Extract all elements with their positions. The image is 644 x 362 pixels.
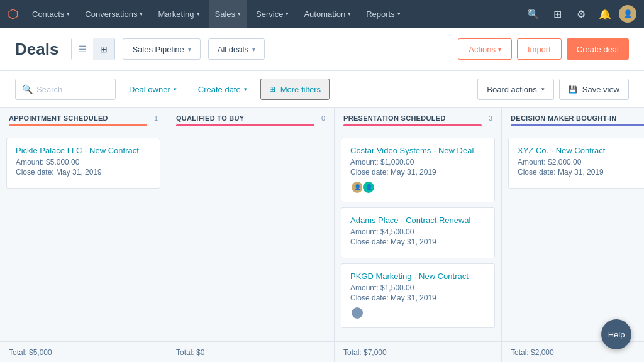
board-actions-button[interactable]: Board actions ▾ [477, 79, 554, 100]
actions-button[interactable]: Actions ▾ [458, 38, 512, 60]
save-view-button[interactable]: 💾 Save view [559, 79, 629, 100]
column-title: QUALIFIED TO BUY [176, 114, 318, 122]
board-view-button[interactable]: ⊞ [93, 38, 114, 60]
filter-dropdown[interactable]: All deals ▾ [208, 38, 265, 60]
deal-close-date: Close date: May 31, 2019 [350, 293, 486, 302]
column-header: DECISION MAKER BOUGHT-IN1 [502, 108, 644, 134]
column-cards: Costar Video Systems - New DealAmount: $… [335, 134, 501, 341]
filter-bar: 🔍 Deal owner ▾ Create date ▾ ⊞ More filt… [0, 71, 644, 108]
deal-name[interactable]: Costar Video Systems - New Deal [350, 146, 486, 155]
chevron-down-icon: ▾ [238, 11, 241, 17]
deal-avatars: 👤👤 [350, 180, 486, 194]
deal-amount: Amount: $5,000.00 [16, 158, 151, 167]
deal-card[interactable]: Pickle Palace LLC - New ContractAmount: … [6, 138, 160, 189]
nav-contacts[interactable]: Contacts ▾ [26, 0, 76, 28]
column-header: APPOINTMENT SCHEDULED1 [0, 108, 167, 134]
search-button[interactable]: 🔍 [523, 4, 543, 24]
deal-amount: Amount: $4,500.00 [350, 228, 486, 236]
column-footer: Total: $7,000 [335, 341, 501, 362]
deal-close-date: Close date: May 31, 2019 [16, 168, 151, 177]
deal-card[interactable]: PKGD Marketing - New ContractAmount: $1,… [341, 263, 495, 328]
deal-close-date: Close date: May 31, 2019 [518, 168, 644, 177]
deal-owner-filter[interactable]: Deal owner ▾ [121, 79, 185, 100]
deal-card[interactable]: Costar Video Systems - New DealAmount: $… [341, 138, 495, 202]
column-bar [176, 124, 314, 126]
column-title: DECISION MAKER BOUGHT-IN [511, 114, 644, 122]
view-toggle: ☰ ⊞ [71, 38, 115, 60]
board-column-qualified-to-buy: QUALIFIED TO BUY0Total: $0 [167, 108, 335, 362]
column-bar [9, 124, 147, 126]
deal-name[interactable]: Pickle Palace LLC - New Contract [16, 146, 151, 155]
column-bar [343, 124, 482, 126]
chevron-down-icon: ▾ [541, 86, 545, 92]
nav-conversations[interactable]: Conversations ▾ [79, 0, 149, 28]
chevron-down-icon: ▾ [348, 11, 351, 17]
chevron-down-icon: ▾ [286, 11, 289, 17]
top-navigation: ⬡ Contacts ▾ Conversations ▾ Marketing ▾… [0, 0, 644, 28]
board-column-appointment-scheduled: APPOINTMENT SCHEDULED1Pickle Palace LLC … [0, 108, 167, 362]
nav-automation[interactable]: Automation ▾ [297, 0, 357, 28]
chevron-down-icon: ▾ [188, 46, 191, 53]
deal-amount: Amount: $1,500.00 [350, 283, 486, 292]
pipeline-dropdown[interactable]: Sales Pipeline ▾ [123, 38, 200, 60]
column-header: PRESENTATION SCHEDULED3 [335, 108, 501, 134]
deal-avatar [350, 306, 364, 320]
page-header: Deals ☰ ⊞ Sales Pipeline ▾ All deals ▾ A… [0, 28, 644, 71]
deal-close-date: Close date: May 31, 2019 [350, 168, 486, 177]
notifications-icon[interactable]: 🔔 [595, 4, 615, 24]
chevron-down-icon: ▾ [140, 11, 143, 17]
column-cards [167, 134, 334, 341]
deal-amount: Amount: $1,000.00 [350, 158, 486, 167]
column-footer: Total: $0 [167, 341, 334, 362]
user-avatar[interactable]: 👤 [619, 5, 636, 23]
deal-avatar: 👤 [362, 180, 375, 194]
chevron-down-icon: ▾ [67, 11, 70, 17]
column-count: 0 [321, 114, 325, 122]
hubspot-logo[interactable]: ⬡ [8, 6, 18, 21]
search-icon: 🔍 [22, 84, 33, 94]
deal-name[interactable]: PKGD Marketing - New Contract [350, 272, 486, 281]
column-cards: XYZ Co. - New ContractAmount: $2,000.00C… [502, 134, 644, 341]
deal-card[interactable]: Adams Place - Contract RenewalAmount: $4… [341, 207, 495, 258]
create-date-filter[interactable]: Create date ▾ [190, 79, 255, 100]
kanban-board: APPOINTMENT SCHEDULED1Pickle Palace LLC … [0, 108, 644, 362]
chevron-down-icon: ▾ [244, 86, 247, 92]
nav-reports[interactable]: Reports ▾ [360, 0, 407, 28]
deal-name[interactable]: XYZ Co. - New Contract [518, 146, 644, 155]
search-box[interactable]: 🔍 [15, 79, 116, 100]
column-count: 1 [154, 114, 158, 122]
chevron-down-icon: ▾ [397, 11, 401, 17]
board-column-presentation-scheduled: PRESENTATION SCHEDULED3Costar Video Syst… [335, 108, 502, 362]
column-header: QUALIFIED TO BUY0 [167, 108, 334, 134]
more-filters-button[interactable]: ⊞ More filters [260, 79, 330, 100]
deal-name[interactable]: Adams Place - Contract Renewal [350, 216, 486, 225]
search-input[interactable] [36, 85, 99, 94]
deal-card[interactable]: XYZ Co. - New ContractAmount: $2,000.00C… [508, 138, 644, 189]
filter-label: All deals [218, 45, 248, 54]
chevron-down-icon: ▾ [252, 46, 255, 53]
nav-sales[interactable]: Sales ▾ [209, 0, 248, 28]
deal-amount: Amount: $2,000.00 [518, 158, 644, 167]
nav-marketing[interactable]: Marketing ▾ [152, 0, 206, 28]
chevron-down-icon: ▾ [174, 86, 177, 92]
column-title: APPOINTMENT SCHEDULED [9, 114, 150, 122]
settings-icon[interactable]: ⚙ [571, 4, 591, 24]
column-title: PRESENTATION SCHEDULED [343, 114, 485, 122]
help-button[interactable]: Help [601, 319, 631, 349]
column-footer: Total: $5,000 [0, 341, 167, 362]
chevron-down-icon: ▾ [498, 46, 501, 53]
page-title: Deals [15, 40, 58, 59]
column-count: 3 [489, 114, 492, 122]
pipeline-label: Sales Pipeline [132, 45, 184, 54]
nav-service[interactable]: Service ▾ [250, 0, 295, 28]
marketplace-icon[interactable]: ⊞ [547, 4, 567, 24]
chevron-down-icon: ▾ [197, 11, 200, 17]
list-view-button[interactable]: ☰ [72, 38, 93, 60]
column-bar [511, 124, 644, 126]
deal-avatars [350, 306, 486, 320]
import-button[interactable]: Import [517, 38, 562, 60]
deal-close-date: Close date: May 31, 2019 [350, 238, 486, 246]
column-cards: Pickle Palace LLC - New ContractAmount: … [0, 134, 167, 341]
create-deal-button[interactable]: Create deal [567, 38, 629, 60]
